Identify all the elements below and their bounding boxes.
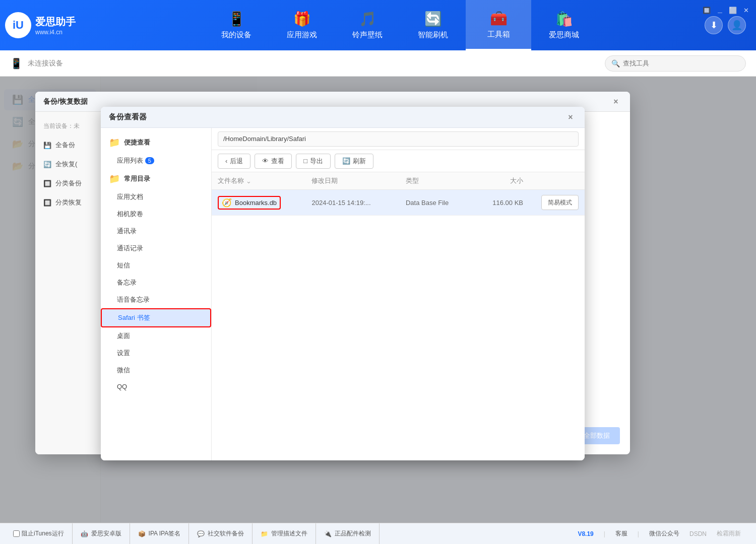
simple-mode-btn[interactable]: 简易模式 — [541, 195, 579, 210]
main-area: 💾 全备份 🔄 全恢复 📂 分类备份 📂 分类恢复 常用 📋 — [0, 77, 756, 523]
brand-name: 爱思助手 — [35, 15, 76, 29]
tree-common-dirs[interactable]: 📁 常用目录 — [101, 169, 211, 188]
col-name-header[interactable]: 文件名称 ⌄ — [218, 176, 311, 185]
subheader: 📱 未连接设备 🔍 — [0, 50, 756, 77]
tree-qq[interactable]: QQ — [101, 379, 211, 394]
file-tree: 📁 便捷查看 应用列表 5 📁 常用目录 应用文档 相机胶卷 通讯录 — [101, 128, 212, 460]
logo-text: 爱思助手 www.i4.cn — [35, 15, 76, 36]
tree-call-log[interactable]: 通话记录 — [101, 240, 211, 257]
tree-settings[interactable]: 设置 — [101, 345, 211, 362]
nav-toolbox[interactable]: 🧰 工具箱 — [466, 0, 531, 50]
inner-dialog-header: 备份查看器 × — [101, 107, 585, 128]
close-app-btn[interactable]: ✕ — [741, 5, 751, 15]
social-backup-label: 社交软件备份 — [208, 529, 244, 538]
separator2: | — [638, 530, 639, 537]
genuine-check-item[interactable]: 🔌 正品配件检测 — [316, 523, 380, 544]
ipa-icon: 📦 — [138, 530, 146, 537]
cat-backup-outer-icon: 🔲 — [43, 180, 51, 187]
dsdn-label: DSDN — [689, 530, 707, 537]
outer-sidebar-full-backup-label: 全备份 — [55, 141, 75, 150]
tree-camera-roll[interactable]: 相机胶卷 — [101, 206, 211, 223]
device-icon: 📱 — [10, 57, 23, 70]
download-btn[interactable]: ⬇ — [705, 16, 723, 34]
device-label: 未连接设备 — [28, 59, 600, 68]
social-backup-item[interactable]: 💬 社交软件备份 — [189, 523, 253, 544]
search-input[interactable] — [623, 59, 739, 67]
file-viewer: ‹ 后退 👁 查看 □ 导出 🔄 刷新 — [212, 128, 585, 460]
bottom-right: V8.19 | 客服 | 微信公众号 DSDN 检霜雨新 — [578, 529, 751, 538]
view-btn[interactable]: 👁 查看 — [255, 154, 292, 169]
full-restore-icon: 🔄 — [43, 161, 51, 168]
toolbox-icon: 🧰 — [490, 10, 508, 27]
ipa-label: IPA IPA签名 — [149, 529, 181, 538]
outer-sidebar-cat-restore-label: 分类恢复 — [55, 198, 82, 207]
outer-sidebar-cat-backup-label: 分类备份 — [55, 179, 82, 188]
manage-files-item[interactable]: 📁 管理描述文件 — [253, 523, 316, 544]
search-icon: 🔍 — [611, 59, 620, 67]
bottombar: 阻止iTunes运行 🤖 爱思安卓版 📦 IPA IPA签名 💬 社交软件备份 … — [0, 523, 756, 544]
back-icon: ‹ — [225, 157, 227, 165]
col-size-label: 大小 — [510, 177, 523, 184]
tree-quick-view-label: 便捷查看 — [124, 138, 150, 147]
prevent-itunes-item[interactable]: 阻止iTunes运行 — [5, 523, 73, 544]
logo-area: iU 爱思助手 www.i4.cn — [5, 12, 96, 38]
tree-sms[interactable]: 短信 — [101, 257, 211, 274]
nav-my-device[interactable]: 📱 我的设备 — [204, 0, 269, 50]
nav-smart-flash[interactable]: 🔄 智能刷机 — [400, 0, 466, 50]
android-item[interactable]: 🤖 爱思安卓版 — [73, 523, 130, 544]
nav-toolbox-label: 工具箱 — [487, 30, 510, 39]
minimize-btn[interactable]: ＿ — [715, 5, 725, 15]
file-table-body: 🧭 Bookmarks.db 2024-01-15 14:19:... Data… — [212, 190, 585, 460]
user-btn[interactable]: 👤 — [728, 16, 746, 34]
tree-app-docs[interactable]: 应用文档 — [101, 188, 211, 206]
file-row-name: 🧭 Bookmarks.db — [218, 196, 311, 210]
col-date-label: 修改日期 — [311, 177, 338, 184]
tree-sms-label: 短信 — [117, 261, 130, 270]
maximize-btn[interactable]: ⬜ — [728, 5, 738, 15]
my-device-icon: 📱 — [228, 11, 245, 27]
cat-restore-outer-icon: 🔲 — [43, 199, 51, 207]
support-label[interactable]: 客服 — [615, 529, 627, 538]
nav-apps-games-label: 应用游戏 — [287, 30, 317, 40]
file-name-text: Bookmarks.db — [235, 199, 277, 207]
tree-safari-bookmarks[interactable]: Safari 书签 — [101, 308, 211, 327]
outer-dialog-close-btn[interactable]: × — [610, 96, 622, 108]
inner-dialog-title: 备份查看器 — [109, 112, 147, 122]
tree-quick-view[interactable]: 📁 便捷查看 — [101, 133, 211, 152]
tree-common-dirs-label: 常用目录 — [124, 174, 150, 183]
export-btn[interactable]: □ 导出 — [296, 154, 331, 169]
android-label: 爱思安卓版 — [91, 529, 121, 538]
nav-apps-games[interactable]: 🎁 应用游戏 — [269, 0, 335, 50]
genuine-check-icon: 🔌 — [324, 530, 332, 537]
tree-notes-label: 备忘录 — [117, 278, 137, 287]
prevent-itunes-checkbox[interactable] — [13, 530, 20, 537]
back-btn[interactable]: ‹ 后退 — [218, 154, 250, 169]
android-icon: 🤖 — [81, 530, 88, 537]
refresh-label: 刷新 — [353, 157, 366, 166]
tree-desktop[interactable]: 桌面 — [101, 327, 211, 345]
inner-dialog-close-btn[interactable]: × — [564, 111, 577, 123]
prevent-itunes-label: 阻止iTunes运行 — [22, 529, 64, 538]
tree-notes[interactable]: 备忘录 — [101, 274, 211, 291]
tree-app-list[interactable]: 应用列表 5 — [101, 152, 211, 169]
ringtones-icon: 🎵 — [359, 11, 376, 27]
nav-ringtones[interactable]: 🎵 铃声壁纸 — [335, 0, 400, 50]
outer-dialog-title: 备份/恢复数据 — [43, 97, 88, 106]
file-path-input[interactable] — [218, 131, 579, 147]
inner-dialog: 备份查看器 × 📁 便捷查看 应用列表 5 📁 常用目录 应用文档 — [101, 107, 585, 460]
refresh-btn[interactable]: 🔄 刷新 — [335, 154, 373, 169]
manage-files-icon: 📁 — [261, 530, 268, 537]
nav-shop[interactable]: 🛍️ 爱思商城 — [531, 0, 597, 50]
tree-wechat[interactable]: 微信 — [101, 362, 211, 379]
ipa-sign-item[interactable]: 📦 IPA IPA签名 — [130, 523, 190, 544]
full-backup-icon: 💾 — [43, 142, 51, 149]
apps-games-icon: 🎁 — [293, 11, 311, 27]
nav-items: 📱 我的设备 🎁 应用游戏 🎵 铃声壁纸 🔄 智能刷机 🧰 工具箱 🛍️ 爱思商… — [96, 0, 705, 50]
tree-voice-memos[interactable]: 语音备忘录 — [101, 291, 211, 308]
tree-contacts[interactable]: 通讯录 — [101, 223, 211, 240]
table-row[interactable]: 🧭 Bookmarks.db 2024-01-15 14:19:... Data… — [212, 190, 585, 216]
view-icon: 👁 — [262, 157, 269, 165]
export-icon: □ — [303, 157, 307, 165]
wechat-label[interactable]: 微信公众号 — [649, 529, 679, 538]
settings-win-btn[interactable]: 🔲 — [702, 5, 712, 15]
